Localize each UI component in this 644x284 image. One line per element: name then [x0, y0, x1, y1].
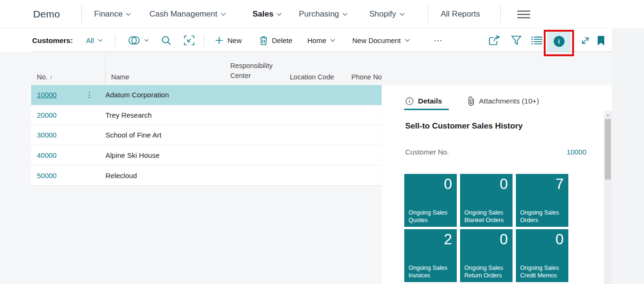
tab-details[interactable]: Details [405, 93, 442, 110]
toolbar-divider [204, 34, 204, 47]
column-header-name[interactable]: Name [111, 73, 130, 81]
tile-ongoing-sales-return-orders[interactable]: 0 Ongoing Sales Return Orders [460, 229, 513, 282]
factbox-scrollbar[interactable]: ▲ [604, 111, 612, 284]
expand-diagonal-icon [580, 35, 591, 46]
bookmark-button[interactable] [597, 29, 605, 52]
new-document-menu-button[interactable]: New Document [352, 29, 410, 52]
scrollbar-up-icon[interactable]: ▲ [604, 113, 612, 117]
plus-icon [215, 36, 223, 44]
column-header-location-code[interactable]: Location Code [290, 73, 334, 81]
chevron-down-icon [400, 13, 405, 16]
nav-item-cash-management[interactable]: Cash Management [149, 0, 226, 28]
bookmark-icon [597, 35, 605, 46]
filter-funnel-icon [511, 35, 522, 45]
hamburger-icon [517, 10, 530, 18]
customer-no-field: Customer No. 10000 [405, 148, 586, 156]
nav-item-finance[interactable]: Finance [94, 0, 131, 28]
tile-value: 0 [444, 176, 452, 193]
nav-item-purchasing[interactable]: Purchasing [299, 0, 348, 28]
nav-item-shopify[interactable]: Shopify [369, 0, 405, 28]
chevron-down-icon [221, 13, 226, 16]
tile-ongoing-sales-blanket-orders[interactable]: 0 Ongoing Sales Blanket Orders [460, 174, 513, 227]
app-brand[interactable]: Demo [33, 0, 60, 28]
info-icon: i [554, 36, 565, 47]
delete-button[interactable]: Delete [260, 29, 292, 52]
tile-label: Ongoing Sales Blanket Orders [464, 209, 511, 224]
more-options-button[interactable]: ⋯ [434, 29, 444, 52]
page-context-label: Customers: [32, 29, 73, 52]
more-options-icon: ⋯ [434, 35, 444, 46]
customer-no-link[interactable]: 50000 [31, 172, 81, 180]
share-icon [488, 35, 500, 46]
list-icon [531, 36, 542, 44]
new-button-label: New [227, 36, 242, 44]
chevron-down-icon [342, 13, 348, 16]
tab-label: Attachments (10+) [479, 97, 539, 105]
customer-name-cell[interactable]: Adatum Corporation [97, 91, 169, 99]
nav-item-label: All Reports [441, 9, 480, 19]
focus-mode-icon [184, 35, 194, 45]
customer-no-link[interactable]: 40000 [31, 151, 81, 159]
column-header-no[interactable]: No.↑ [37, 73, 52, 81]
table-row[interactable]: 40000 Alpine Ski House [31, 146, 382, 166]
tab-attachments[interactable]: Attachments (10+) [468, 93, 539, 110]
view-filter-dropdown[interactable]: All [86, 29, 103, 52]
nav-divider [81, 6, 82, 23]
column-header-phone-no[interactable]: Phone No [351, 73, 382, 81]
filter-button[interactable] [511, 29, 522, 52]
customer-name-cell[interactable]: Alpine Ski House [97, 151, 159, 159]
nav-item-label: Shopify [369, 9, 396, 19]
customer-name-cell[interactable]: Relecloud [97, 172, 137, 180]
details-pane-toggle-button[interactable]: i [547, 30, 571, 52]
new-button[interactable]: New [215, 29, 242, 52]
customer-name-cell[interactable]: School of Fine Art [97, 131, 161, 139]
chevron-down-icon [330, 39, 335, 42]
tile-ongoing-sales-invoices[interactable]: 2 Ongoing Sales Invoices [404, 229, 457, 282]
tile-ongoing-sales-credit-memos[interactable]: 0 Ongoing Sales Credit Memos [516, 229, 568, 282]
row-menu-icon[interactable]: ⋮ [81, 91, 97, 99]
sales-history-tiles: 0 Ongoing Sales Quotes 0 Ongoing Sales B… [404, 174, 568, 282]
sort-ascending-icon: ↑ [50, 74, 53, 81]
nav-item-all-reports[interactable]: All Reports [441, 0, 480, 28]
trash-icon [260, 36, 268, 45]
customer-no-link[interactable]: 30000 [31, 131, 81, 139]
tile-ongoing-sales-orders[interactable]: 7 Ongoing Sales Orders [516, 174, 568, 227]
table-row[interactable]: 20000 Trey Research [31, 105, 382, 126]
column-header-responsibility-center[interactable]: Responsibility Center [230, 61, 272, 81]
expand-page-button[interactable] [580, 29, 591, 52]
home-menu-button[interactable]: Home [307, 29, 335, 52]
tile-label: Ongoing Sales Return Orders [464, 264, 511, 280]
field-value-link[interactable]: 10000 [566, 148, 586, 156]
customer-no-link[interactable]: 10000 [31, 91, 81, 99]
tile-ongoing-sales-quotes[interactable]: 0 Ongoing Sales Quotes [404, 174, 457, 227]
table-row[interactable]: 30000 School of Fine Art [31, 125, 382, 146]
tile-value: 0 [500, 176, 508, 193]
customer-name-cell[interactable]: Trey Research [97, 111, 152, 119]
nav-item-label: Sales [252, 9, 273, 19]
delete-button-label: Delete [272, 36, 292, 44]
focus-mode-button[interactable] [184, 29, 194, 52]
analysis-views-button[interactable] [128, 29, 149, 52]
column-separator[interactable] [105, 55, 105, 85]
paperclip-icon [468, 96, 475, 106]
customer-list: 10000 ⋮ Adatum Corporation 20000 Trey Re… [0, 85, 382, 284]
toolbar-divider [115, 34, 115, 47]
hamburger-menu-button[interactable] [517, 0, 530, 28]
table-row[interactable]: 50000 Relecloud [31, 165, 382, 186]
scrollbar-thumb[interactable] [605, 119, 611, 180]
top-navigation-bar: Demo Finance Cash Management Sales Purch… [0, 0, 644, 28]
share-button[interactable] [488, 29, 500, 52]
tile-label: Ongoing Sales Quotes [409, 209, 455, 224]
home-menu-label: Home [307, 36, 326, 44]
search-button[interactable] [161, 29, 171, 52]
nav-divider [428, 6, 428, 23]
nav-divider [500, 6, 501, 23]
active-tab-underline [404, 109, 449, 110]
field-label: Customer No. [405, 148, 449, 156]
nav-item-label: Cash Management [149, 9, 218, 19]
business-central-app: Demo Finance Cash Management Sales Purch… [0, 0, 644, 284]
nav-item-sales[interactable]: Sales [252, 0, 282, 28]
table-row[interactable]: 10000 ⋮ Adatum Corporation [31, 85, 382, 105]
show-list-button[interactable] [531, 29, 542, 52]
customer-no-link[interactable]: 20000 [31, 111, 81, 119]
